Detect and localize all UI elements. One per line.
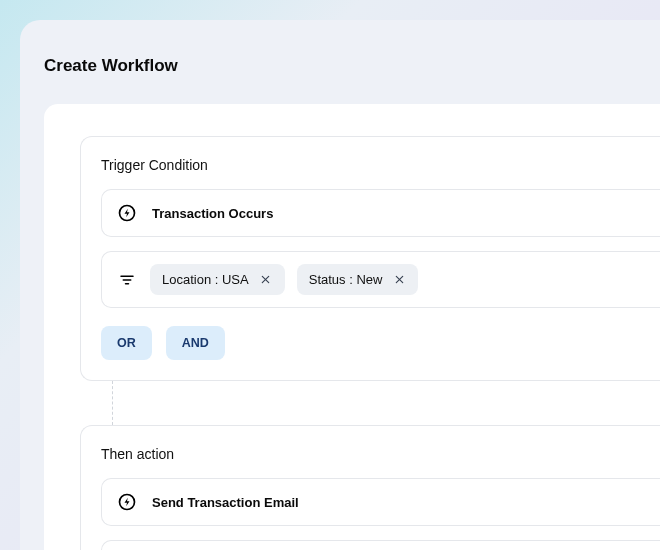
action-section: Then action Send Transaction Email: [80, 425, 660, 550]
trigger-section: Trigger Condition Transaction Occurs: [80, 136, 660, 381]
filter-chip-status[interactable]: Status : New: [297, 264, 419, 295]
lightning-icon: [116, 202, 138, 224]
filter-chip-label: Location : USA: [162, 272, 249, 287]
filter-chip-location[interactable]: Location : USA: [150, 264, 285, 295]
or-button[interactable]: OR: [101, 326, 152, 360]
close-icon[interactable]: [392, 273, 406, 287]
logic-row: OR AND: [101, 326, 660, 360]
workflow-body: Trigger Condition Transaction Occurs: [44, 104, 660, 550]
trigger-section-title: Trigger Condition: [101, 157, 660, 173]
filter-chip-label: Status : New: [309, 272, 383, 287]
workflow-panel: Create Workflow Trigger Condition Transa…: [20, 20, 660, 550]
action-event-label: Send Transaction Email: [152, 495, 299, 510]
trigger-event-row[interactable]: Transaction Occurs: [101, 189, 660, 237]
and-button[interactable]: AND: [166, 326, 225, 360]
connector-line: [112, 381, 113, 425]
action-event-row[interactable]: Send Transaction Email: [101, 478, 660, 526]
filter-icon: [116, 269, 138, 291]
filter-row[interactable]: Location : USA Status : New: [101, 251, 660, 308]
action-section-title: Then action: [101, 446, 660, 462]
page-title: Create Workflow: [44, 56, 660, 76]
close-icon[interactable]: [259, 273, 273, 287]
lightning-icon: [116, 491, 138, 513]
trigger-event-label: Transaction Occurs: [152, 206, 273, 221]
action-filter-row[interactable]: [101, 540, 660, 550]
